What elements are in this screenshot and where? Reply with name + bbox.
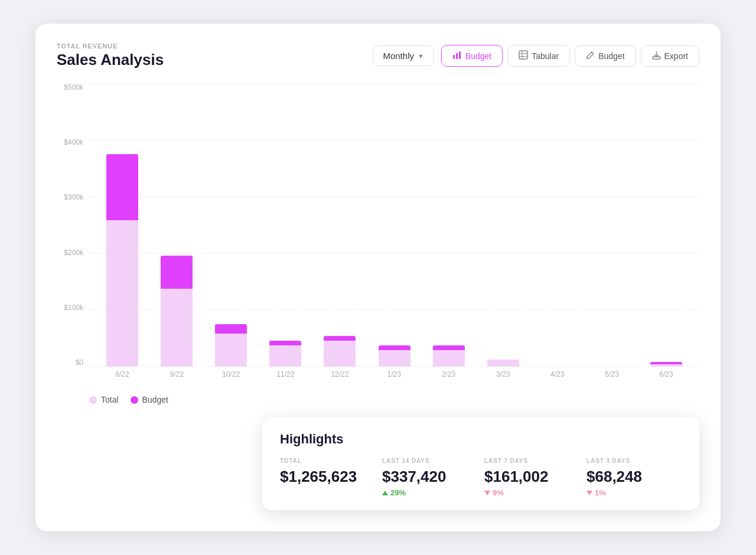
bar-budget <box>324 336 356 341</box>
tabular-button[interactable]: Tabular <box>507 45 570 67</box>
bar-total <box>433 350 465 367</box>
x-label: 1/23 <box>367 370 421 378</box>
y-label-500k: $500k <box>64 83 83 92</box>
bar-stack <box>433 345 465 367</box>
highlight-item-last7: LAST 7 DAYS$161,0029% <box>484 458 579 497</box>
x-label: 10/22 <box>204 370 258 378</box>
edit-icon <box>586 51 595 61</box>
chevron-down-icon: ▼ <box>418 53 424 60</box>
bar-total <box>106 220 138 367</box>
legend-budget: Budget <box>131 395 168 404</box>
highlight-value: $68,248 <box>586 468 682 486</box>
bar-group <box>530 83 585 367</box>
highlight-item-last3: LAST 3 DAYS$68,2481% <box>586 458 682 497</box>
page-title: Sales Analysis <box>57 51 164 69</box>
highlight-value: $337,420 <box>382 468 477 486</box>
bar-group <box>258 83 312 367</box>
x-label: 11/22 <box>258 370 312 378</box>
arrow-down-icon <box>586 491 592 495</box>
highlight-value: $1,265,623 <box>280 468 375 486</box>
y-label-100k: $100k <box>64 303 83 312</box>
bar-stack <box>215 324 247 367</box>
tabular-label: Tabular <box>532 51 559 61</box>
x-label: 2/23 <box>422 370 476 378</box>
highlight-item-last14: LAST 14 DAYS$337,42029% <box>382 458 477 497</box>
bar-total <box>269 345 301 367</box>
y-label-300k: $300k <box>64 193 83 201</box>
y-label-0: $0 <box>76 358 83 367</box>
x-label: 6/23 <box>639 370 693 378</box>
change-percent: 29% <box>390 488 406 497</box>
svg-rect-3 <box>519 51 527 59</box>
bar-budget <box>433 345 465 350</box>
legend: Total Budget <box>57 395 699 404</box>
highlights-title: Highlights <box>280 432 682 447</box>
monthly-dropdown[interactable]: Monthly ▼ <box>373 45 434 66</box>
budget-edit-label: Budget <box>598 51 624 61</box>
arrow-down-icon <box>484 491 490 495</box>
bar-budget <box>215 324 247 334</box>
x-label: 4/23 <box>530 370 585 378</box>
highlight-change: 9% <box>484 488 579 497</box>
bar-total <box>215 334 247 367</box>
x-label: 12/22 <box>312 370 367 378</box>
y-label-400k: $400k <box>64 138 83 146</box>
highlight-change: 29% <box>382 488 477 497</box>
legend-dot-total <box>89 396 97 404</box>
bar-stack <box>379 345 410 367</box>
bar-stack <box>650 362 682 367</box>
change-percent: 1% <box>595 488 606 497</box>
bar-total <box>324 341 356 367</box>
highlight-label: TOTAL <box>280 458 375 464</box>
y-label-200k: $200k <box>64 249 83 257</box>
bar-total <box>161 289 193 367</box>
svg-rect-0 <box>453 55 455 59</box>
arrow-up-icon <box>382 491 388 495</box>
svg-rect-2 <box>459 51 461 59</box>
bar-group <box>149 83 204 367</box>
change-percent: 9% <box>493 488 504 497</box>
header-left: TOTAL REVENUE Sales Analysis <box>57 43 164 69</box>
bar-group <box>204 83 258 367</box>
highlight-label: LAST 14 DAYS <box>382 458 477 464</box>
chart-area: $500k $400k $300k $200k $100k $0 8/229/2 <box>57 83 699 390</box>
legend-budget-label: Budget <box>142 395 168 404</box>
table-icon <box>519 50 528 61</box>
bar-group <box>367 83 421 367</box>
monthly-label: Monthly <box>383 51 414 61</box>
bar-group <box>585 83 639 367</box>
x-axis: 8/229/2210/2211/2212/221/232/233/234/235… <box>89 367 699 390</box>
bar-budget <box>161 256 193 289</box>
bar-budget <box>379 345 410 350</box>
total-revenue-label: TOTAL REVENUE <box>57 43 164 50</box>
highlights-grid: TOTAL$1,265,623LAST 14 DAYS$337,42029%LA… <box>280 458 682 497</box>
highlight-item-total: TOTAL$1,265,623 <box>280 458 375 497</box>
bar-group <box>422 83 476 367</box>
x-label: 5/23 <box>585 370 639 378</box>
highlight-value: $161,002 <box>484 468 579 486</box>
bar-total <box>379 350 410 367</box>
export-button[interactable]: Export <box>641 45 699 67</box>
bar-group <box>95 83 149 367</box>
bar-group <box>639 83 693 367</box>
highlights-card: Highlights TOTAL$1,265,623LAST 14 DAYS$3… <box>262 417 699 510</box>
bar-group <box>312 83 367 367</box>
legend-total-label: Total <box>101 395 119 404</box>
chart-inner <box>89 83 699 367</box>
bar-stack <box>106 154 138 367</box>
main-card: TOTAL REVENUE Sales Analysis Monthly ▼ B… <box>35 24 721 531</box>
bar-stack <box>487 360 519 367</box>
bar-budget <box>106 154 138 220</box>
budget-chart-label: Budget <box>465 51 491 61</box>
budget-chart-button[interactable]: Budget <box>441 45 503 67</box>
bar-stack <box>324 336 356 367</box>
highlight-change: 1% <box>586 488 682 497</box>
budget-edit-button[interactable]: Budget <box>575 45 636 67</box>
header-controls: Monthly ▼ Budget Tabular <box>373 45 699 67</box>
bar-budget <box>269 341 301 345</box>
svg-rect-1 <box>456 53 458 59</box>
legend-total: Total <box>89 395 119 404</box>
header: TOTAL REVENUE Sales Analysis Monthly ▼ B… <box>57 43 699 69</box>
bar-stack <box>161 256 193 367</box>
bars-container <box>89 83 699 367</box>
